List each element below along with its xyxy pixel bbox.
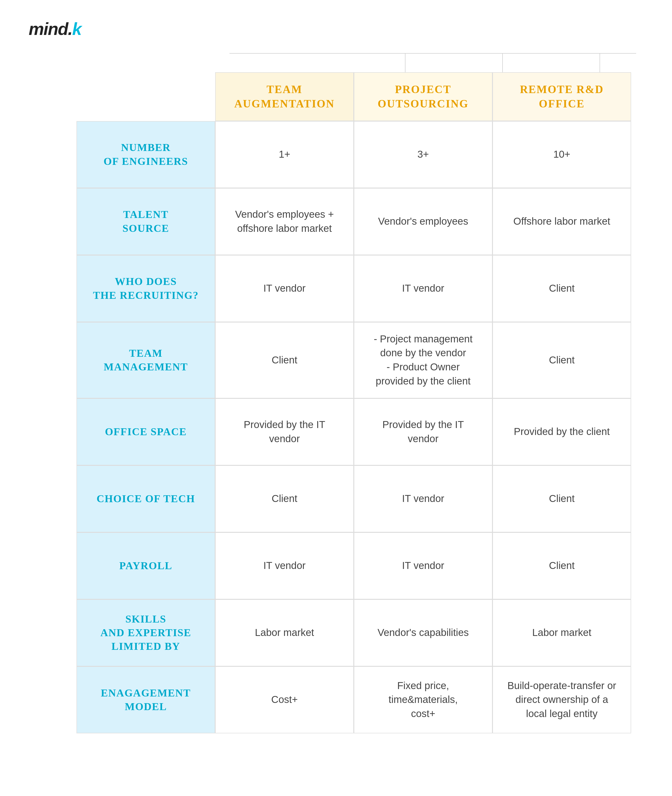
connector-tick-1	[356, 53, 453, 72]
cell-engineers-col0: 1+	[215, 121, 354, 188]
cell-engineers-col1: 3+	[354, 121, 493, 188]
cell-talent-col2: Offshore labor market	[493, 188, 631, 255]
cell-payroll-col0: IT vendor	[215, 532, 354, 599]
label-payroll: PAYROLL	[77, 532, 215, 599]
cell-skills-col0: Labor market	[215, 599, 354, 666]
cell-engineers-col2: 10+	[493, 121, 631, 188]
cell-office-col0: Provided by the IT vendor	[215, 398, 354, 465]
comparison-table: TEAM AUGMENTATIONPROJECT OUTSOURCINGREMO…	[77, 72, 648, 733]
cell-recruiting-col2: Client	[493, 255, 631, 322]
header-outsourcing: PROJECT OUTSOURCING	[354, 72, 493, 121]
cell-engagement-col0: Cost+	[215, 666, 354, 733]
logo: mind.k	[29, 19, 648, 39]
label-talent: TALENT SOURCE	[77, 188, 215, 255]
label-engagement: ENAGAGEMENT MODEL	[77, 666, 215, 733]
header-augmentation: TEAM AUGMENTATION	[215, 72, 354, 121]
connector-tick-3	[551, 53, 648, 72]
cell-office-col2: Provided by the client	[493, 398, 631, 465]
cell-skills-col1: Vendor's capabilities	[354, 599, 493, 666]
cell-recruiting-col1: IT vendor	[354, 255, 493, 322]
cell-payroll-col2: Client	[493, 532, 631, 599]
cell-engagement-col2: Build-operate-transfer or direct ownersh…	[493, 666, 631, 733]
cell-talent-col1: Vendor's employees	[354, 188, 493, 255]
label-office: OFFICE SPACE	[77, 398, 215, 465]
cell-management-col0: Client	[215, 322, 354, 398]
logo-area: mind.k	[24, 19, 648, 39]
cell-engagement-col1: Fixed price, time&materials, cost+	[354, 666, 493, 733]
header-rnd: REMOTE R&D OFFICE	[493, 72, 631, 121]
cell-payroll-col1: IT vendor	[354, 532, 493, 599]
comparison-table-wrapper: TEAM AUGMENTATIONPROJECT OUTSOURCINGREMO…	[77, 53, 648, 733]
cell-tech-col1: IT vendor	[354, 465, 493, 532]
label-management: TEAM MANAGEMENT	[77, 322, 215, 398]
label-recruiting: WHO DOES THE RECRUITING?	[77, 255, 215, 322]
cell-skills-col2: Labor market	[493, 599, 631, 666]
cell-tech-col2: Client	[493, 465, 631, 532]
label-engineers: NUMBER OF ENGINEERS	[77, 121, 215, 188]
connector-lines	[218, 53, 648, 72]
cell-office-col1: Provided by the IT vendor	[354, 398, 493, 465]
header-empty-cell	[77, 72, 215, 121]
cell-management-col1: - Project management done by the vendor …	[354, 322, 493, 398]
label-skills: SKILLS AND EXPERTISE LIMITED BY	[77, 599, 215, 666]
connector-tick-2	[453, 53, 551, 72]
cell-management-col2: Client	[493, 322, 631, 398]
cell-talent-col0: Vendor's employees + offshore labor mark…	[215, 188, 354, 255]
cell-tech-col0: Client	[215, 465, 354, 532]
label-tech: CHOICE OF TECH	[77, 465, 215, 532]
cell-recruiting-col0: IT vendor	[215, 255, 354, 322]
